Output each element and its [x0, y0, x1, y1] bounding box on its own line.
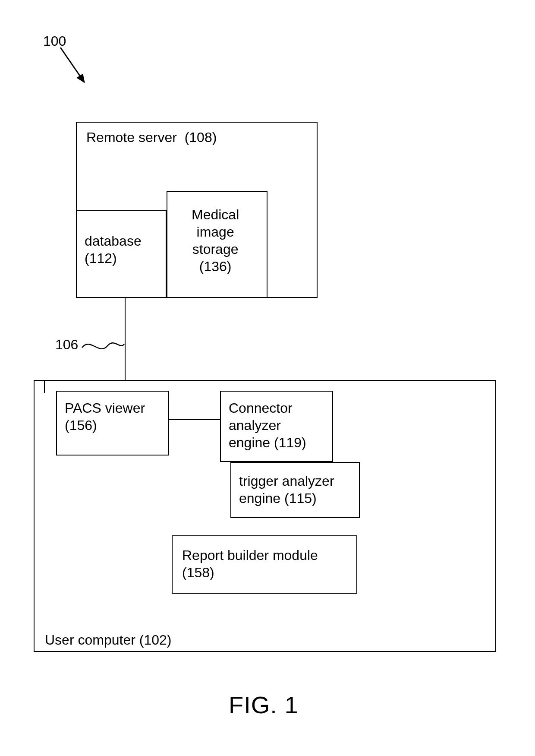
pacs-viewer-label: PACS viewer (156): [65, 399, 145, 434]
connector-analyzer-box: Connector analyzer engine (119): [220, 391, 333, 462]
trigger-analyzer-label: trigger analyzer engine (115): [239, 472, 334, 507]
diagram-canvas: 100 Remote server (108) database (112) M…: [0, 0, 535, 756]
pacs-to-analyzer-line: [169, 419, 221, 421]
svg-line-0: [60, 47, 84, 82]
connection-ref-label: 106: [55, 336, 78, 353]
report-builder-label: Report builder module (158): [182, 547, 318, 581]
database-label: database (112): [85, 232, 142, 267]
ref-arrow-icon: [60, 47, 95, 95]
remote-server-title: Remote server (108): [86, 129, 217, 146]
figure-caption: FIG. 1: [229, 691, 299, 719]
report-builder-box: Report builder module (158): [172, 535, 357, 594]
figure-ref-label: 100: [43, 32, 66, 50]
pacs-viewer-box: PACS viewer (156): [56, 391, 169, 455]
database-box: database (112): [76, 210, 167, 298]
user-computer-title: User computer (102): [45, 631, 171, 648]
tick-mark: [44, 380, 45, 393]
connector-analyzer-label: Connector analyzer engine (119): [229, 399, 306, 451]
trigger-analyzer-box: trigger analyzer engine (115): [230, 462, 360, 518]
storage-label: Medical image storage (136): [192, 206, 239, 275]
connection-leader-icon: [82, 339, 125, 356]
storage-box: Medical image storage (136): [167, 191, 268, 298]
